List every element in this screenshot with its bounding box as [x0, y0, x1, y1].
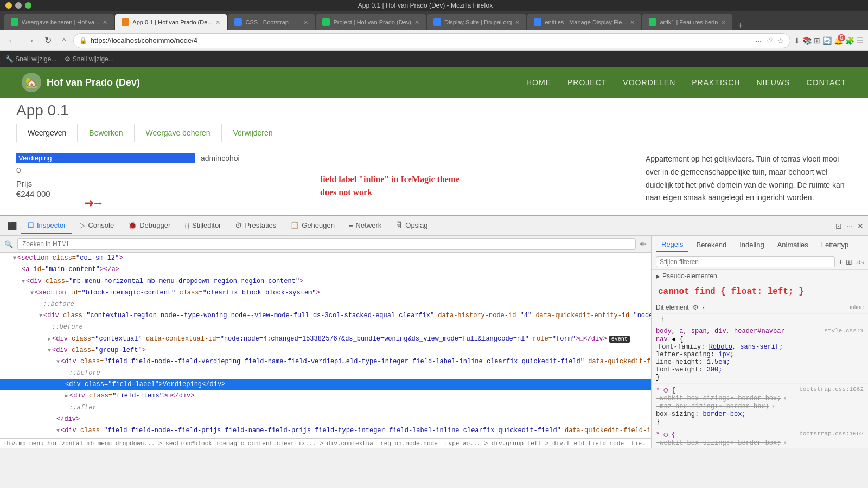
styles-ds-button[interactable]: .ds — [856, 259, 864, 265]
devtools-more-icon[interactable]: ··· — [846, 222, 853, 230]
styles-add-button[interactable]: + — [838, 258, 843, 266]
html-line-7: ::before — [0, 322, 651, 333]
tab-close-1[interactable]: ✕ — [103, 19, 107, 26]
tab-bootstrap[interactable]: CSS - Bootstrap ✕ — [228, 14, 315, 30]
styles-tab-indeling[interactable]: Indeling — [734, 239, 770, 251]
title-bar: App 0.1 | Hof van Prado (Dev) - Mozilla … — [0, 0, 868, 11]
sync-icon[interactable]: 🔄 — [822, 36, 832, 45]
nav-project[interactable]: PROJECT — [567, 78, 607, 87]
tab-close-3[interactable]: ✕ — [303, 19, 308, 26]
nav-nieuws[interactable]: NIEUWS — [756, 78, 790, 87]
rule-source-star-2: bootstrap.css:1062 — [799, 431, 864, 439]
search-icon: 🔍 — [4, 240, 13, 248]
tab-bar: Weergave beheren | Hof va... ✕ App 0.1 |… — [0, 11, 868, 30]
html-line-4: ▼<section id="block-icemagic-content" cl… — [0, 287, 651, 299]
styles-tab-berekend[interactable]: Berekend — [691, 239, 732, 251]
styles-tab-lettertyp[interactable]: Lettertyp — [816, 239, 854, 251]
devtools-tab-stijleditor[interactable]: {} Stijleditor — [178, 218, 227, 234]
address-bar[interactable]: 🔒 https://localhost/cohoimmo/node/4 ··· … — [73, 33, 790, 48]
maximize-button[interactable] — [25, 2, 31, 9]
html-line-12-selected[interactable]: <div class="field-label">Verdieping</div… — [0, 379, 651, 390]
tab-weergeven[interactable]: Weergeven — [16, 124, 78, 142]
html-search-input[interactable] — [17, 238, 636, 250]
html-line-13: ▶<div class="field-items">□</div> — [0, 390, 651, 402]
rule-selector-star-2: * ◯ { — [656, 431, 675, 439]
tab-label-7: artik1 | Features berin — [660, 19, 718, 25]
developer-tools: ⬛ ☐ Inspector ▷ Console 🐞 Debugger {} St… — [0, 215, 868, 448]
star-icon[interactable]: ☆ — [777, 36, 784, 45]
tab-favicon-1 — [11, 18, 18, 26]
back-button[interactable]: ← — [4, 35, 20, 47]
admin-bar-item-1[interactable]: 🔧 Snell wijzige... — [5, 55, 56, 63]
tab-label-4: Project | Hof van Prado (Dev) — [333, 19, 411, 25]
tab-label-2: App 0.1 | Hof van Prado (De... — [132, 19, 212, 25]
tab-weergave-beheren[interactable]: Weergave beheren — [135, 124, 222, 142]
html-search-bar: 🔍 ✏ — [0, 236, 651, 253]
new-tab-button[interactable]: + — [733, 21, 747, 30]
tab-close-6[interactable]: ✕ — [630, 19, 635, 26]
html-line-11: ::before — [0, 368, 651, 379]
devtools-close-icon[interactable]: ✕ — [857, 222, 864, 230]
annotation-line2: does not work — [320, 186, 459, 199]
minimize-button[interactable] — [5, 2, 12, 9]
tab-weergave[interactable]: Weergave beheren | Hof va... ✕ — [4, 14, 114, 30]
geheugen-icon: 📋 — [290, 221, 299, 229]
tab-verwijderen[interactable]: Verwijderen — [221, 124, 284, 142]
home-button[interactable]: ⌂ — [58, 35, 70, 47]
rule-box-sizing-1: box-sizing: border-box; — [656, 410, 864, 418]
devtools-tab-geheugen[interactable]: 📋 Geheugen — [284, 218, 341, 234]
styles-copy-button[interactable]: ⊞ — [846, 258, 852, 266]
tab-close-4[interactable]: ✕ — [414, 19, 419, 26]
rule-source-star-1: bootstrap.css:1062 — [799, 386, 864, 394]
styles-tab-animaties[interactable]: Animaties — [772, 239, 814, 251]
tab-close-2[interactable]: ✕ — [215, 19, 220, 26]
tab-project[interactable]: Project | Hof van Prado (Dev) ✕ — [316, 14, 425, 30]
devtools-tab-opslag[interactable]: 🗄 Opslag — [389, 218, 434, 234]
devtools-tab-console[interactable]: ▷ Console — [73, 218, 120, 234]
bookmark-icon[interactable]: ♡ — [766, 36, 773, 45]
restore-button[interactable] — [15, 2, 22, 9]
devtools-select-button[interactable]: ⬛ — [4, 220, 20, 233]
nav-contact[interactable]: CONTACT — [806, 78, 846, 87]
pseudo-elements-toggle[interactable]: ▶ Pseudo-elementen — [652, 270, 868, 282]
rule-moz-box-1: -moz-box-sizing:▾ border-box;▾ — [656, 402, 864, 410]
logo-icon: 🏡 — [22, 73, 41, 92]
menu-icon[interactable]: ☰ — [857, 36, 864, 45]
tab-close-7[interactable]: ✕ — [721, 19, 726, 26]
devtools-tab-netwerk[interactable]: ≡ Netwerk — [342, 218, 388, 234]
html-line-5: ::before — [0, 299, 651, 310]
tab-app01[interactable]: App 0.1 | Hof van Prado (De... ✕ — [115, 14, 227, 30]
notifications-icon[interactable]: 🔔5 — [834, 36, 843, 45]
tab-favicon-7 — [649, 18, 656, 26]
html-pencil-icon[interactable]: ✏ — [640, 240, 647, 248]
devtools-tab-inspector[interactable]: ☐ Inspector — [21, 218, 72, 234]
library-icon[interactable]: 📚 — [802, 36, 812, 45]
extensions-icon[interactable]: 🧩 — [845, 36, 854, 45]
more-icon[interactable]: ··· — [755, 36, 762, 45]
admin-bar-item-2[interactable]: ⚙ Snell wijzige... — [65, 55, 113, 63]
nav-home[interactable]: HOME — [526, 78, 551, 87]
tab-display-suite[interactable]: Display Suite | Drupal.org ✕ — [427, 14, 527, 30]
window-controls — [0, 2, 37, 9]
styles-tab-regels[interactable]: Regels — [656, 238, 688, 252]
rule-selector-star-1: * ◯ { — [656, 386, 675, 394]
html-line-6: ▼<div class="contextual-region node--typ… — [0, 310, 651, 322]
gear-icon[interactable]: ⚙ — [693, 304, 699, 311]
reload-button[interactable]: ↻ — [41, 34, 55, 47]
tab-artik1[interactable]: artik1 | Features berin ✕ — [642, 14, 732, 30]
nav-voordelen[interactable]: VOORDELEN — [623, 78, 675, 87]
download-icon[interactable]: ⬇ — [794, 36, 800, 45]
devtools-tab-debugger[interactable]: 🐞 Debugger — [122, 218, 177, 234]
styles-tabs: Regels Berekend Indeling Animaties Lette… — [652, 236, 868, 254]
tab-close-5[interactable]: ✕ — [515, 19, 520, 26]
devtools-body: 🔍 ✏ ▼<section class="col-sm-12"> <a id="… — [0, 236, 868, 448]
tab-bewerken[interactable]: Bewerken — [78, 124, 134, 142]
nav-praktisch[interactable]: PRAKTISCH — [692, 78, 740, 87]
devtools-dock-icon[interactable]: ⊡ — [835, 222, 842, 230]
styles-filter-input[interactable] — [656, 256, 835, 267]
devtools-tab-prestaties[interactable]: ⏱ Prestaties — [228, 218, 283, 234]
sidebar-icon[interactable]: ⊞ — [814, 36, 820, 45]
forward-button[interactable]: → — [23, 35, 38, 47]
dit-element-label: Dit element — [656, 304, 689, 311]
tab-entities[interactable]: entities - Manage Display Fie... ✕ — [527, 14, 641, 30]
